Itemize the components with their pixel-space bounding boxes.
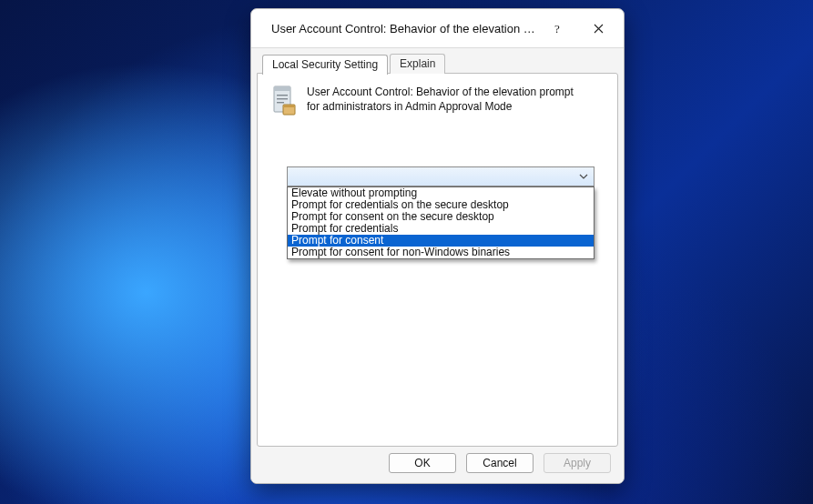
dropdown-option[interactable]: Prompt for consent on the secure desktop xyxy=(288,211,594,223)
combobox[interactable] xyxy=(287,166,595,186)
close-button[interactable] xyxy=(578,14,618,43)
dropdown-option[interactable]: Prompt for consent xyxy=(288,235,594,247)
svg-rect-3 xyxy=(277,95,288,96)
tab-local-security-setting[interactable]: Local Security Setting xyxy=(262,55,388,75)
button-label: Cancel xyxy=(483,457,516,469)
button-label: Apply xyxy=(564,457,591,469)
chevron-down-icon xyxy=(575,168,592,185)
ok-button[interactable]: OK xyxy=(389,453,456,473)
tab-strip: Local Security Setting Explain xyxy=(257,54,618,74)
svg-rect-5 xyxy=(277,102,284,103)
svg-rect-2 xyxy=(274,86,290,91)
policy-description: User Account Control: Behavior of the el… xyxy=(307,85,580,114)
properties-dialog: User Account Control: Behavior of the el… xyxy=(250,8,625,484)
tab-label: Local Security Setting xyxy=(272,58,378,71)
dropdown-option[interactable]: Prompt for credentials on the secure des… xyxy=(288,199,594,211)
policy-header: User Account Control: Behavior of the el… xyxy=(270,85,605,116)
cancel-button[interactable]: Cancel xyxy=(466,453,534,473)
window-title: User Account Control: Behavior of the el… xyxy=(271,22,538,35)
policy-icon xyxy=(270,85,298,116)
dropdown-option[interactable]: Prompt for credentials xyxy=(288,223,594,235)
dropdown-option[interactable]: Prompt for consent for non-Windows binar… xyxy=(288,247,594,258)
tab-label: Explain xyxy=(400,57,435,70)
help-button[interactable]: ? xyxy=(538,14,578,43)
tab-panel-local-security-setting: User Account Control: Behavior of the el… xyxy=(257,73,618,447)
dialog-button-row: OK Cancel Apply xyxy=(257,447,618,483)
titlebar: User Account Control: Behavior of the el… xyxy=(251,9,624,47)
svg-rect-4 xyxy=(277,98,288,99)
dropdown-list[interactable]: Elevate without promptingPrompt for cred… xyxy=(287,186,595,259)
elevation-prompt-dropdown[interactable]: Elevate without promptingPrompt for cred… xyxy=(287,166,595,186)
button-label: OK xyxy=(414,457,430,469)
dialog-content: Local Security Setting Explain User A xyxy=(251,47,624,483)
apply-button: Apply xyxy=(544,453,611,473)
svg-rect-7 xyxy=(284,106,294,107)
dropdown-option[interactable]: Elevate without prompting xyxy=(288,187,594,199)
svg-text:?: ? xyxy=(554,22,560,35)
tab-explain[interactable]: Explain xyxy=(390,54,445,74)
